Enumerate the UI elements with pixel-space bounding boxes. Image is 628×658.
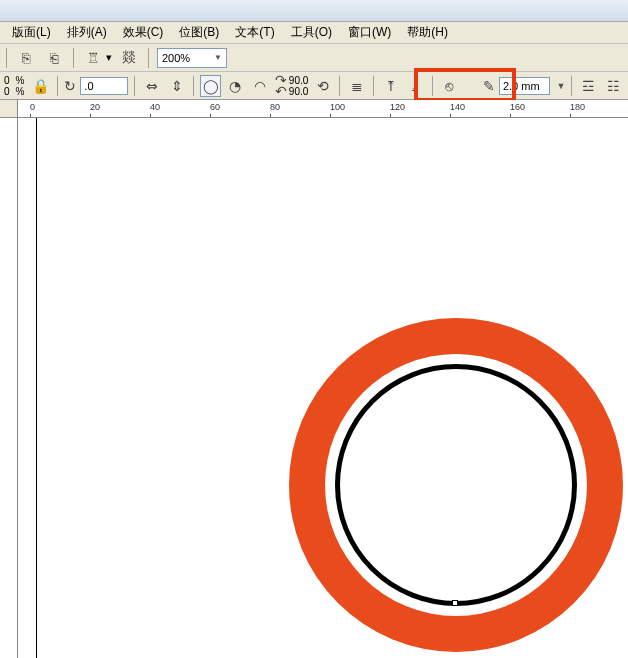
lock-ratio-icon[interactable]: 🔒: [30, 75, 51, 97]
arc-start-value[interactable]: 90.0: [289, 75, 308, 86]
scale-y-value: 0: [4, 86, 10, 97]
menu-tool[interactable]: 工具(O): [283, 22, 340, 43]
behind-fill-icon[interactable]: ☲: [578, 75, 599, 97]
ruler-horizontal[interactable]: 020406080100120140160180200: [0, 100, 628, 118]
ruler-tick: 100: [330, 102, 345, 112]
ellipse-tool-icon[interactable]: ◯: [200, 75, 221, 97]
separator: [193, 76, 194, 96]
rotate-icon: ↻: [64, 78, 76, 94]
ruler-tick: 120: [390, 102, 405, 112]
scale-outline-icon[interactable]: ☷: [603, 75, 624, 97]
ruler-tick: 60: [210, 102, 220, 112]
welcome-icon[interactable]: 燚: [118, 47, 140, 69]
page-boundary: [36, 118, 37, 658]
menu-help[interactable]: 帮助(H): [399, 22, 456, 43]
separator: [148, 48, 149, 68]
menu-arrange[interactable]: 排列(A): [59, 22, 115, 43]
menu-bar: 版面(L) 排列(A) 效果(C) 位图(B) 文本(T) 工具(O) 窗口(W…: [0, 22, 628, 44]
separator: [57, 76, 58, 96]
outline-pen-icon: ✎: [483, 78, 495, 94]
chevron-down-icon[interactable]: ▼: [556, 81, 565, 91]
to-front-icon[interactable]: ⤒: [380, 75, 401, 97]
dropdown-arrow-icon[interactable]: ▾: [106, 51, 112, 64]
rotation-angle-input[interactable]: [80, 77, 128, 95]
ruler-origin[interactable]: [0, 100, 18, 118]
import-icon[interactable]: ⎘: [15, 47, 37, 69]
ruler-tick: 80: [270, 102, 280, 112]
separator: [339, 76, 340, 96]
arc-end-value[interactable]: 90.0: [289, 86, 308, 97]
workspace: [0, 118, 628, 658]
app-launcher-icon[interactable]: ♖: [82, 47, 104, 69]
ruler-tick: 160: [510, 102, 525, 112]
drawing-canvas[interactable]: [18, 118, 628, 658]
arc-tool-icon[interactable]: ◠: [250, 75, 271, 97]
export-icon[interactable]: ⎗: [43, 47, 65, 69]
separator: [432, 76, 433, 96]
standard-toolbar: ⎘ ⎗ ♖ ▾ 燚 200% ▼: [0, 44, 628, 72]
outline-width-value: 2.0 mm: [503, 80, 540, 92]
to-back-icon[interactable]: ⤓: [405, 75, 426, 97]
scale-x-value: 0: [4, 75, 10, 86]
chevron-down-icon[interactable]: ▼: [214, 53, 222, 62]
ruler-vertical[interactable]: [0, 118, 18, 658]
ruler-tick: 140: [450, 102, 465, 112]
menu-effects[interactable]: 效果(C): [115, 22, 172, 43]
outline-width-input[interactable]: 2.0 mm: [499, 77, 551, 95]
ruler-tick: 180: [570, 102, 585, 112]
percent-unit: % %: [16, 75, 25, 97]
convert-curves-icon[interactable]: ⎋: [439, 75, 460, 97]
arc-angle-group: ↷90.0 ↶90.0: [275, 75, 308, 97]
menu-bitmap[interactable]: 位图(B): [171, 22, 227, 43]
menu-layout[interactable]: 版面(L): [4, 22, 59, 43]
separator: [73, 48, 74, 68]
separator: [6, 48, 7, 68]
mirror-h-icon[interactable]: ⇔: [141, 75, 162, 97]
direction-toggle-icon[interactable]: ⟲: [312, 75, 333, 97]
mirror-v-icon[interactable]: ⇕: [166, 75, 187, 97]
separator: [373, 76, 374, 96]
selection-node[interactable]: [452, 600, 458, 606]
scale-percent-group: 0 0: [4, 75, 10, 97]
zoom-level-input[interactable]: 200% ▼: [157, 48, 227, 68]
property-bar: 0 0 % % 🔒 ↻ ⇔ ⇕ ◯ ◔ ◠ ↷90.0 ↶90.0 ⟲ ≣ ⤒ …: [0, 72, 628, 100]
ruler-tick: 40: [150, 102, 160, 112]
wrap-text-icon[interactable]: ≣: [346, 75, 367, 97]
zoom-value: 200%: [162, 52, 190, 64]
arc-end-icon: ↶: [275, 86, 287, 97]
pie-tool-icon[interactable]: ◔: [225, 75, 246, 97]
ruler-tick: 20: [90, 102, 100, 112]
ruler-tick: 0: [30, 102, 35, 112]
separator: [134, 76, 135, 96]
black-circle-shape[interactable]: [335, 364, 577, 606]
title-bar: [0, 0, 628, 22]
separator: [571, 76, 572, 96]
menu-window[interactable]: 窗口(W): [340, 22, 399, 43]
menu-text[interactable]: 文本(T): [227, 22, 282, 43]
